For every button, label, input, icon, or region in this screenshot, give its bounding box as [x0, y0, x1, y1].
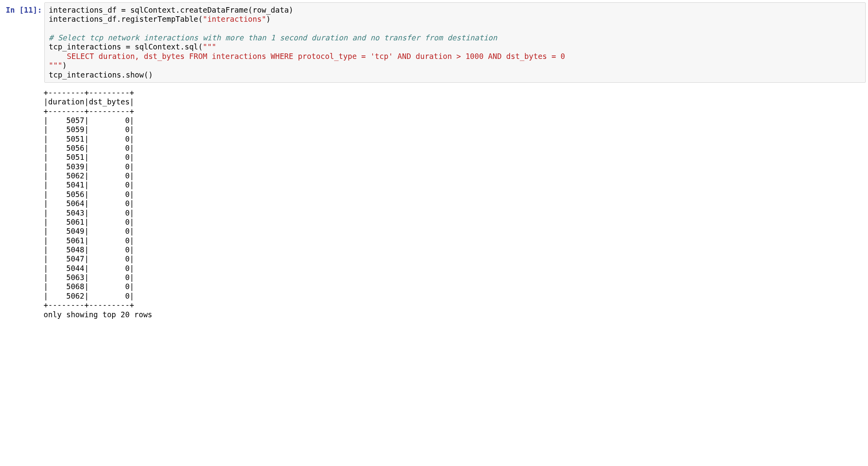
output-text: +--------+---------+ |duration|dst_bytes…: [44, 88, 866, 319]
prompt-suffix: ]:: [33, 6, 42, 14]
code-cell: In [11]: interactions_df = sqlContext.cr…: [0, 0, 868, 83]
prompt-number: 11: [24, 6, 33, 14]
output-area: +--------+---------+ |duration|dst_bytes…: [42, 83, 866, 319]
output-cell: +--------+---------+ |duration|dst_bytes…: [0, 83, 868, 322]
cell-prompt: In [11]:: [2, 2, 44, 15]
prompt-prefix: In [: [6, 6, 24, 14]
code-input-area[interactable]: interactions_df = sqlContext.createDataF…: [44, 2, 866, 83]
code-content[interactable]: interactions_df = sqlContext.createDataF…: [49, 6, 861, 80]
